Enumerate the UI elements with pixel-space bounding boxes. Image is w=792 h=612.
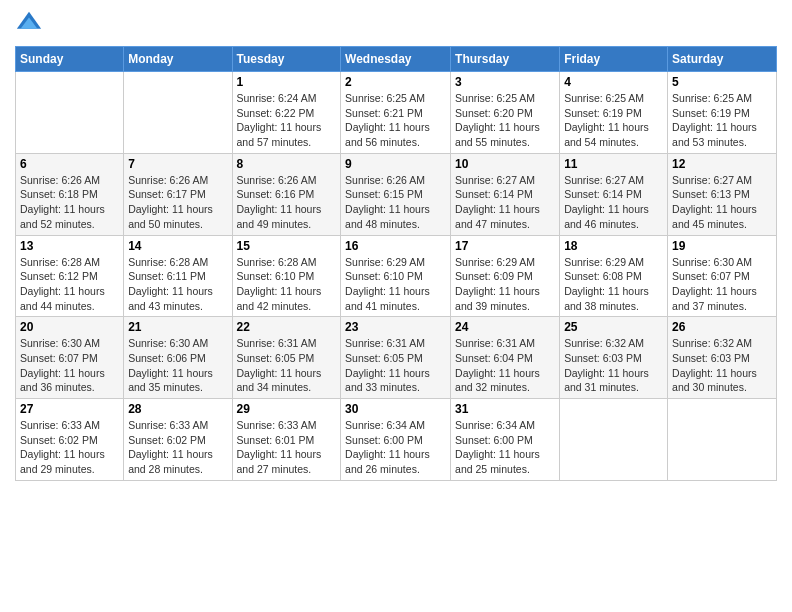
day-number: 29 [237, 402, 337, 416]
calendar-cell [124, 72, 232, 154]
calendar-cell: 20Sunrise: 6:30 AM Sunset: 6:07 PM Dayli… [16, 317, 124, 399]
calendar-cell: 29Sunrise: 6:33 AM Sunset: 6:01 PM Dayli… [232, 399, 341, 481]
day-number: 5 [672, 75, 772, 89]
calendar-cell: 13Sunrise: 6:28 AM Sunset: 6:12 PM Dayli… [16, 235, 124, 317]
calendar-cell: 31Sunrise: 6:34 AM Sunset: 6:00 PM Dayli… [451, 399, 560, 481]
header [15, 10, 777, 38]
day-number: 22 [237, 320, 337, 334]
day-number: 23 [345, 320, 446, 334]
day-number: 28 [128, 402, 227, 416]
day-info: Sunrise: 6:30 AM Sunset: 6:06 PM Dayligh… [128, 336, 227, 395]
day-info: Sunrise: 6:25 AM Sunset: 6:19 PM Dayligh… [564, 91, 663, 150]
day-number: 26 [672, 320, 772, 334]
calendar-cell: 15Sunrise: 6:28 AM Sunset: 6:10 PM Dayli… [232, 235, 341, 317]
calendar-header-wednesday: Wednesday [341, 47, 451, 72]
calendar-week-1: 1Sunrise: 6:24 AM Sunset: 6:22 PM Daylig… [16, 72, 777, 154]
calendar-cell: 30Sunrise: 6:34 AM Sunset: 6:00 PM Dayli… [341, 399, 451, 481]
calendar-cell: 14Sunrise: 6:28 AM Sunset: 6:11 PM Dayli… [124, 235, 232, 317]
calendar-cell: 21Sunrise: 6:30 AM Sunset: 6:06 PM Dayli… [124, 317, 232, 399]
calendar-cell: 24Sunrise: 6:31 AM Sunset: 6:04 PM Dayli… [451, 317, 560, 399]
calendar-cell: 7Sunrise: 6:26 AM Sunset: 6:17 PM Daylig… [124, 153, 232, 235]
day-number: 10 [455, 157, 555, 171]
day-info: Sunrise: 6:32 AM Sunset: 6:03 PM Dayligh… [564, 336, 663, 395]
day-info: Sunrise: 6:27 AM Sunset: 6:13 PM Dayligh… [672, 173, 772, 232]
day-info: Sunrise: 6:25 AM Sunset: 6:21 PM Dayligh… [345, 91, 446, 150]
calendar-cell: 12Sunrise: 6:27 AM Sunset: 6:13 PM Dayli… [668, 153, 777, 235]
calendar-cell: 26Sunrise: 6:32 AM Sunset: 6:03 PM Dayli… [668, 317, 777, 399]
day-info: Sunrise: 6:26 AM Sunset: 6:18 PM Dayligh… [20, 173, 119, 232]
calendar-week-4: 20Sunrise: 6:30 AM Sunset: 6:07 PM Dayli… [16, 317, 777, 399]
logo [15, 10, 47, 38]
calendar-cell: 11Sunrise: 6:27 AM Sunset: 6:14 PM Dayli… [560, 153, 668, 235]
day-info: Sunrise: 6:26 AM Sunset: 6:17 PM Dayligh… [128, 173, 227, 232]
calendar-cell: 28Sunrise: 6:33 AM Sunset: 6:02 PM Dayli… [124, 399, 232, 481]
day-info: Sunrise: 6:28 AM Sunset: 6:12 PM Dayligh… [20, 255, 119, 314]
calendar-cell [560, 399, 668, 481]
day-number: 12 [672, 157, 772, 171]
calendar-cell: 6Sunrise: 6:26 AM Sunset: 6:18 PM Daylig… [16, 153, 124, 235]
day-number: 31 [455, 402, 555, 416]
day-info: Sunrise: 6:25 AM Sunset: 6:20 PM Dayligh… [455, 91, 555, 150]
calendar-cell: 8Sunrise: 6:26 AM Sunset: 6:16 PM Daylig… [232, 153, 341, 235]
calendar-cell: 18Sunrise: 6:29 AM Sunset: 6:08 PM Dayli… [560, 235, 668, 317]
day-info: Sunrise: 6:26 AM Sunset: 6:16 PM Dayligh… [237, 173, 337, 232]
day-number: 8 [237, 157, 337, 171]
day-number: 1 [237, 75, 337, 89]
logo-icon [15, 10, 43, 38]
calendar-cell: 22Sunrise: 6:31 AM Sunset: 6:05 PM Dayli… [232, 317, 341, 399]
day-info: Sunrise: 6:29 AM Sunset: 6:10 PM Dayligh… [345, 255, 446, 314]
day-number: 25 [564, 320, 663, 334]
calendar-cell: 10Sunrise: 6:27 AM Sunset: 6:14 PM Dayli… [451, 153, 560, 235]
calendar-cell: 1Sunrise: 6:24 AM Sunset: 6:22 PM Daylig… [232, 72, 341, 154]
day-number: 17 [455, 239, 555, 253]
day-info: Sunrise: 6:29 AM Sunset: 6:09 PM Dayligh… [455, 255, 555, 314]
day-number: 16 [345, 239, 446, 253]
day-info: Sunrise: 6:24 AM Sunset: 6:22 PM Dayligh… [237, 91, 337, 150]
calendar-cell [16, 72, 124, 154]
day-number: 11 [564, 157, 663, 171]
calendar-cell: 3Sunrise: 6:25 AM Sunset: 6:20 PM Daylig… [451, 72, 560, 154]
day-number: 4 [564, 75, 663, 89]
day-info: Sunrise: 6:28 AM Sunset: 6:10 PM Dayligh… [237, 255, 337, 314]
day-info: Sunrise: 6:34 AM Sunset: 6:00 PM Dayligh… [455, 418, 555, 477]
day-number: 18 [564, 239, 663, 253]
day-number: 13 [20, 239, 119, 253]
day-info: Sunrise: 6:27 AM Sunset: 6:14 PM Dayligh… [564, 173, 663, 232]
day-info: Sunrise: 6:31 AM Sunset: 6:04 PM Dayligh… [455, 336, 555, 395]
day-info: Sunrise: 6:30 AM Sunset: 6:07 PM Dayligh… [672, 255, 772, 314]
day-info: Sunrise: 6:28 AM Sunset: 6:11 PM Dayligh… [128, 255, 227, 314]
day-number: 14 [128, 239, 227, 253]
day-number: 15 [237, 239, 337, 253]
calendar-header-sunday: Sunday [16, 47, 124, 72]
calendar-cell: 25Sunrise: 6:32 AM Sunset: 6:03 PM Dayli… [560, 317, 668, 399]
day-info: Sunrise: 6:25 AM Sunset: 6:19 PM Dayligh… [672, 91, 772, 150]
day-number: 30 [345, 402, 446, 416]
calendar-cell: 17Sunrise: 6:29 AM Sunset: 6:09 PM Dayli… [451, 235, 560, 317]
calendar-cell: 27Sunrise: 6:33 AM Sunset: 6:02 PM Dayli… [16, 399, 124, 481]
day-info: Sunrise: 6:32 AM Sunset: 6:03 PM Dayligh… [672, 336, 772, 395]
day-number: 24 [455, 320, 555, 334]
calendar-cell: 16Sunrise: 6:29 AM Sunset: 6:10 PM Dayli… [341, 235, 451, 317]
calendar-header-friday: Friday [560, 47, 668, 72]
day-info: Sunrise: 6:31 AM Sunset: 6:05 PM Dayligh… [237, 336, 337, 395]
calendar-header-saturday: Saturday [668, 47, 777, 72]
calendar-week-5: 27Sunrise: 6:33 AM Sunset: 6:02 PM Dayli… [16, 399, 777, 481]
calendar-cell: 9Sunrise: 6:26 AM Sunset: 6:15 PM Daylig… [341, 153, 451, 235]
day-number: 21 [128, 320, 227, 334]
calendar-cell: 19Sunrise: 6:30 AM Sunset: 6:07 PM Dayli… [668, 235, 777, 317]
calendar-header-row: SundayMondayTuesdayWednesdayThursdayFrid… [16, 47, 777, 72]
page: SundayMondayTuesdayWednesdayThursdayFrid… [0, 0, 792, 612]
day-number: 9 [345, 157, 446, 171]
calendar-header-tuesday: Tuesday [232, 47, 341, 72]
day-number: 3 [455, 75, 555, 89]
day-info: Sunrise: 6:26 AM Sunset: 6:15 PM Dayligh… [345, 173, 446, 232]
calendar-table: SundayMondayTuesdayWednesdayThursdayFrid… [15, 46, 777, 481]
day-number: 6 [20, 157, 119, 171]
day-info: Sunrise: 6:33 AM Sunset: 6:01 PM Dayligh… [237, 418, 337, 477]
calendar-cell: 23Sunrise: 6:31 AM Sunset: 6:05 PM Dayli… [341, 317, 451, 399]
day-info: Sunrise: 6:29 AM Sunset: 6:08 PM Dayligh… [564, 255, 663, 314]
day-info: Sunrise: 6:31 AM Sunset: 6:05 PM Dayligh… [345, 336, 446, 395]
calendar-cell: 4Sunrise: 6:25 AM Sunset: 6:19 PM Daylig… [560, 72, 668, 154]
day-info: Sunrise: 6:33 AM Sunset: 6:02 PM Dayligh… [20, 418, 119, 477]
day-info: Sunrise: 6:33 AM Sunset: 6:02 PM Dayligh… [128, 418, 227, 477]
